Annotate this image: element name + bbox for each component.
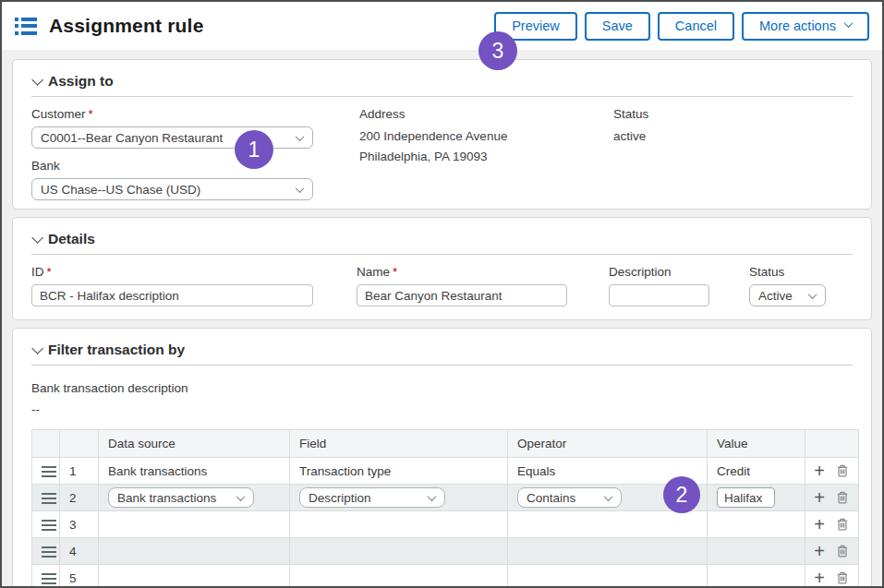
data-source-column-header: Data source	[99, 430, 290, 458]
value-column-header: Value	[708, 430, 805, 458]
drag-handle[interactable]	[42, 493, 56, 504]
field-column-header: Field	[290, 430, 508, 458]
annotation-badge-2: 2	[663, 476, 700, 513]
collapse-chevron-icon[interactable]	[31, 74, 43, 86]
customer-label: Customer*	[31, 107, 359, 121]
drag-column-header	[32, 430, 60, 458]
operator-select-value: Contains	[527, 491, 575, 505]
customer-status-value: active	[613, 126, 853, 147]
address-label: Address	[359, 107, 613, 121]
address-line-2: Philadelphia, PA 19093	[359, 147, 613, 167]
drag-handle[interactable]	[42, 466, 56, 477]
list-menu-icon-row	[15, 31, 37, 35]
required-asterisk: *	[89, 107, 93, 121]
assign-to-fields: Customer* C0001--Bear Canyon Restaurant …	[31, 97, 853, 200]
details-col-name: Name*	[357, 255, 609, 306]
assign-to-panel: Assign to Customer* C0001--Bear Canyon R…	[12, 59, 872, 210]
page-title: Assignment rule	[49, 15, 204, 37]
data-source-cell	[99, 565, 290, 588]
top-bar: Assignment rule Preview Save Cancel More…	[2, 2, 882, 50]
actions-column-header	[805, 430, 859, 458]
value-input[interactable]	[717, 487, 775, 508]
add-row-icon[interactable]: +	[814, 515, 825, 534]
table-header-row: Data source Field Operator Value	[32, 430, 859, 458]
chevron-down-icon	[844, 18, 854, 28]
list-menu-icon-row	[15, 24, 37, 28]
table-row-editing: 2 Bank transactions Description	[32, 485, 859, 511]
data-source-select-value: Bank transactions	[117, 491, 216, 505]
name-label: Name*	[357, 265, 609, 279]
bank-transaction-description-value: --	[31, 402, 853, 416]
required-asterisk: *	[393, 265, 397, 279]
more-actions-button[interactable]: More actions	[742, 12, 869, 41]
field-select[interactable]: Description	[299, 487, 445, 508]
bank-select-value: US Chase--US Chase (USD)	[41, 183, 200, 197]
row-number: 1	[60, 458, 99, 485]
filter-rules-table: Data source Field Operator Value 1 Bank …	[31, 429, 859, 588]
chevron-down-icon	[236, 492, 246, 501]
bank-label: Bank	[31, 159, 359, 173]
bank-transaction-description-label: Bank transaction description	[31, 381, 853, 395]
add-row-icon[interactable]: +	[814, 569, 825, 587]
address-line-1: 200 Independence Avenue	[359, 126, 613, 147]
save-button[interactable]: Save	[585, 12, 650, 41]
value-cell	[708, 538, 805, 565]
row-number: 2	[60, 485, 99, 511]
assign-to-col-address: Address 200 Independence Avenue Philadel…	[359, 97, 613, 200]
rule-status-select[interactable]: Active	[749, 284, 826, 306]
row-number: 3	[60, 511, 99, 538]
data-source-cell	[99, 538, 290, 565]
details-section-header: Details	[31, 225, 853, 255]
add-row-icon[interactable]: +	[814, 462, 825, 480]
details-title: Details	[48, 231, 95, 247]
annotation-badge-1: 1	[235, 130, 273, 169]
add-row-icon[interactable]: +	[814, 488, 825, 507]
more-actions-label: More actions	[759, 18, 836, 33]
details-col-id: ID*	[31, 255, 357, 306]
operator-cell	[508, 538, 708, 565]
chevron-down-icon	[428, 492, 437, 501]
delete-row-icon[interactable]	[835, 570, 850, 585]
table-row: 1 Bank transactions Transaction type Equ…	[32, 458, 859, 485]
name-input[interactable]	[357, 284, 567, 306]
details-panel: Details ID* Name* Description Status	[12, 217, 872, 320]
filter-title: Filter transaction by	[48, 342, 185, 358]
value-cell: Credit	[708, 458, 805, 485]
field-select-value: Description	[309, 491, 371, 505]
delete-row-icon[interactable]	[835, 463, 850, 478]
drag-handle[interactable]	[42, 573, 56, 584]
add-row-icon[interactable]: +	[814, 542, 825, 560]
data-source-select[interactable]: Bank transactions	[108, 487, 254, 508]
row-number: 5	[60, 565, 99, 588]
chevron-down-icon	[808, 290, 817, 299]
details-fields: ID* Name* Description Status Active	[31, 255, 853, 306]
chevron-down-icon	[296, 184, 305, 193]
operator-cell	[508, 511, 708, 538]
operator-select[interactable]: Contains	[517, 487, 622, 508]
bank-select[interactable]: US Chase--US Chase (USD)	[31, 178, 313, 200]
delete-row-icon[interactable]	[835, 544, 850, 558]
drag-handle[interactable]	[42, 520, 56, 531]
list-menu-icon[interactable]	[15, 18, 37, 35]
collapse-chevron-icon[interactable]	[31, 232, 43, 244]
id-label: ID*	[31, 265, 357, 279]
field-cell	[290, 538, 508, 565]
field-cell: Transaction type	[290, 458, 508, 485]
id-input[interactable]	[31, 284, 313, 306]
row-number-column-header	[60, 430, 99, 458]
collapse-chevron-icon[interactable]	[31, 342, 43, 354]
description-input[interactable]	[609, 284, 709, 306]
customer-status-label: Status	[613, 107, 853, 121]
delete-row-icon[interactable]	[835, 517, 850, 532]
list-menu-icon-row	[15, 18, 37, 21]
operator-cell	[508, 565, 708, 588]
table-row: 3 +	[32, 511, 859, 538]
required-asterisk: *	[47, 265, 52, 279]
assign-to-title: Assign to	[48, 73, 114, 90]
table-row: 4 +	[32, 538, 859, 565]
rule-status-value: Active	[758, 289, 793, 303]
delete-row-icon[interactable]	[835, 490, 850, 505]
annotation-badge-3: 3	[478, 31, 517, 70]
drag-handle[interactable]	[42, 546, 56, 558]
cancel-button[interactable]: Cancel	[658, 12, 734, 41]
